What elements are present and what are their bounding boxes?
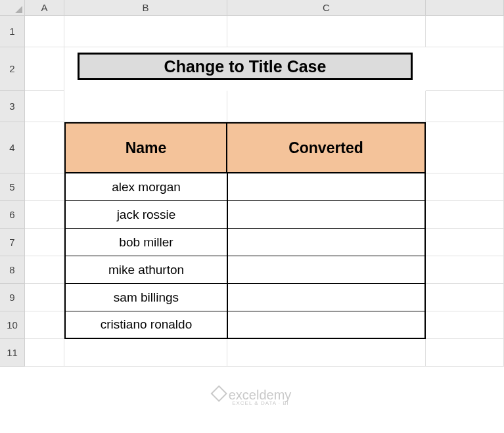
- table-row[interactable]: [227, 201, 426, 229]
- watermark-icon: [210, 385, 227, 401]
- spreadsheet-grid: A B C 1 2 Change to Title Case 3 4 Name …: [0, 0, 504, 367]
- cell-a10[interactable]: [25, 311, 64, 339]
- cell-d4[interactable]: [426, 122, 504, 173]
- cell-d11[interactable]: [426, 339, 504, 367]
- cell-a4[interactable]: [25, 122, 64, 173]
- table-row[interactable]: sam billings: [64, 284, 227, 311]
- cell-a11[interactable]: [25, 339, 64, 367]
- table-header-name[interactable]: Name: [64, 122, 227, 173]
- cell-a6[interactable]: [25, 201, 64, 229]
- table-row[interactable]: [227, 284, 426, 311]
- table-row[interactable]: [227, 173, 426, 201]
- col-header-a[interactable]: A: [25, 0, 64, 16]
- table-row[interactable]: bob miller: [64, 229, 227, 256]
- row-header-7[interactable]: 7: [0, 229, 25, 256]
- cell-c1[interactable]: [227, 16, 426, 47]
- table-row[interactable]: cristiano ronaldo: [64, 311, 227, 339]
- cell-d1[interactable]: [426, 16, 504, 47]
- cell-d6[interactable]: [426, 201, 504, 229]
- cell-a1[interactable]: [25, 16, 64, 47]
- row-header-10[interactable]: 10: [0, 311, 25, 339]
- cell-d10[interactable]: [426, 311, 504, 339]
- cell-d8[interactable]: [426, 256, 504, 284]
- table-row[interactable]: mike athurton: [64, 256, 227, 284]
- cell-a5[interactable]: [25, 173, 64, 201]
- cell-c3[interactable]: [227, 91, 426, 122]
- cell-b11[interactable]: [64, 339, 227, 367]
- cell-a9[interactable]: [25, 284, 64, 311]
- cell-a8[interactable]: [25, 256, 64, 284]
- row-header-3[interactable]: 3: [0, 91, 25, 122]
- table-row[interactable]: [227, 311, 426, 339]
- col-header-c[interactable]: C: [227, 0, 426, 16]
- select-all-corner[interactable]: [0, 0, 25, 16]
- row-header-9[interactable]: 9: [0, 284, 25, 311]
- row-header-11[interactable]: 11: [0, 339, 25, 367]
- table-row[interactable]: alex morgan: [64, 173, 227, 201]
- table-row[interactable]: [227, 229, 426, 256]
- page-title: Change to Title Case: [78, 53, 413, 80]
- watermark-sub: EXCEL & DATA · BI: [230, 401, 292, 407]
- row-header-8[interactable]: 8: [0, 256, 25, 284]
- row-header-6[interactable]: 6: [0, 201, 25, 229]
- cell-d7[interactable]: [426, 229, 504, 256]
- cell-a3[interactable]: [25, 91, 64, 122]
- cell-d5[interactable]: [426, 173, 504, 201]
- col-header-blank[interactable]: [426, 0, 504, 16]
- watermark-main: exceldemy: [229, 388, 292, 402]
- watermark: exceldemy EXCEL & DATA · BI: [213, 388, 292, 407]
- table-row[interactable]: jack rossie: [64, 201, 227, 229]
- cell-d2[interactable]: [426, 47, 504, 91]
- row-header-5[interactable]: 5: [0, 173, 25, 201]
- title-cell[interactable]: Change to Title Case: [64, 47, 426, 91]
- cell-a7[interactable]: [25, 229, 64, 256]
- row-header-4[interactable]: 4: [0, 122, 25, 173]
- cell-d3[interactable]: [426, 91, 504, 122]
- cell-d9[interactable]: [426, 284, 504, 311]
- row-header-1[interactable]: 1: [0, 16, 25, 47]
- col-header-b[interactable]: B: [64, 0, 227, 16]
- cell-a2[interactable]: [25, 47, 64, 91]
- table-header-converted[interactable]: Converted: [227, 122, 426, 173]
- cell-b3[interactable]: [64, 91, 227, 122]
- row-header-2[interactable]: 2: [0, 47, 25, 91]
- cell-c11[interactable]: [227, 339, 426, 367]
- table-row[interactable]: [227, 256, 426, 284]
- cell-b1[interactable]: [64, 16, 227, 47]
